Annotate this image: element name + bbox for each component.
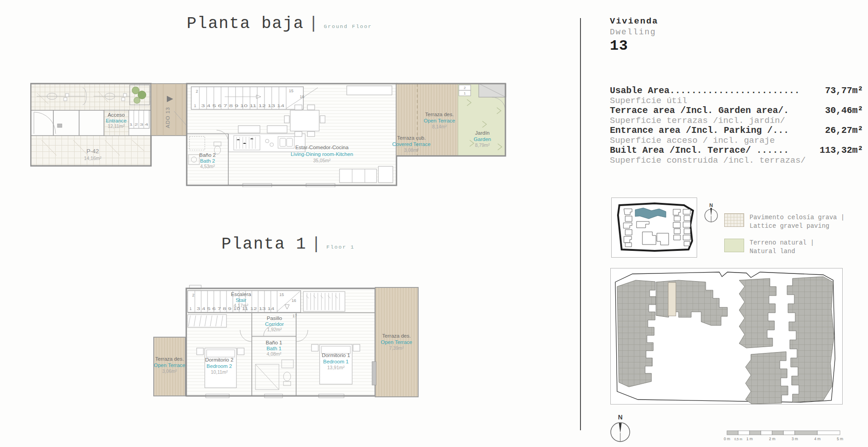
stair-number: 16	[300, 94, 304, 99]
legend-label-en: Natural land	[750, 247, 814, 256]
area-summary: Usable Area........................ 73,7…	[610, 86, 863, 165]
stair-run-numbers: 3 4 5 6 7 8 9 10 11 12 13 14	[201, 104, 284, 108]
svg-text:Covered Terrace: Covered Terrace	[392, 141, 431, 147]
wardrobe	[303, 292, 345, 311]
closet	[188, 315, 226, 327]
bath1-label: Baño 1 Bath 1 4,08m²	[266, 340, 282, 357]
entrance-steps-numbers: 1 2 3 4	[129, 122, 149, 127]
legend: Pavimento celosía grava | Lattice gravel…	[724, 213, 844, 264]
svg-text:Living-Dining room-Kitchen: Living-Dining room-Kitchen	[291, 151, 353, 157]
step-number: 1	[464, 91, 466, 95]
svg-text:Baño 2: Baño 2	[199, 152, 216, 158]
ado-ramp: ADO 13	[151, 84, 187, 136]
svg-text:4,53m²: 4,53m²	[200, 164, 215, 169]
svg-text:3,08m²: 3,08m²	[404, 147, 419, 153]
svg-text:3,06m²: 3,06m²	[162, 368, 177, 374]
area-label: Usable Area........................	[610, 86, 800, 96]
svg-text:Terraza des.: Terraza des.	[155, 356, 184, 362]
svg-text:Bath 1: Bath 1	[266, 346, 281, 351]
scale-bar: 0 m 0,5 m 1 m 2 m 3 m 4 m 5 m	[723, 429, 854, 443]
floor1-plan: Terraza des. Open Terrace 3,06m²	[151, 284, 420, 400]
svg-text:Garden: Garden	[474, 136, 491, 142]
svg-text:Pasillo: Pasillo	[267, 315, 282, 321]
area-sublabel: Superficie útil	[610, 96, 863, 106]
stair-number: 15	[279, 292, 284, 297]
scale-tick: 1 m	[746, 437, 753, 441]
garden-steps: 2 1	[459, 85, 471, 96]
stair-number: 15	[289, 89, 293, 93]
svg-text:35,05m²: 35,05m²	[313, 158, 331, 163]
svg-text:13,91m²: 13,91m²	[327, 365, 345, 370]
svg-text:Open Terrace: Open Terrace	[381, 339, 412, 345]
svg-text:8,79m²: 8,79m²	[475, 142, 490, 148]
scale-tick: 3 m	[792, 437, 798, 441]
svg-text:Bedroom 1: Bedroom 1	[323, 359, 349, 364]
ground-floor-plan: 1 2 3 4 Acceso Entrance 12,11m² P-42 14,…	[30, 82, 506, 187]
garage-door-arc	[34, 112, 56, 134]
natural-land-swatch	[724, 239, 744, 252]
area-label: Entrance area /Incl. Parking /...	[610, 126, 789, 136]
svg-text:4,08m²: 4,08m²	[267, 351, 282, 357]
siteplan-highlighted-dwelling	[668, 282, 676, 316]
area-row: Usable Area........................ 73,7…	[610, 86, 863, 96]
title-separator: |	[311, 235, 322, 254]
title-separator: |	[309, 14, 320, 33]
svg-text:Escalera: Escalera	[231, 292, 251, 297]
svg-text:Acceso: Acceso	[108, 112, 125, 118]
compass-n-label: N	[709, 202, 713, 208]
legend-label-es: Pavimento celosía grava |	[750, 213, 844, 222]
scale-tick: 0,5 m	[734, 438, 742, 441]
floor1-title: Planta 1|Floor 1	[152, 235, 424, 254]
keyplan-highlighted-building	[635, 208, 666, 219]
area-sublabel: Superficie terrazas /incl. jardín/	[610, 116, 863, 126]
area-row: Built Area /Incl. Terrace/ ...... 113,32…	[610, 146, 863, 155]
site-plan	[610, 268, 843, 405]
dwelling-label-en: Dwelling	[610, 28, 658, 37]
ground-floor-title: Planta baja|Ground Floor	[130, 14, 429, 33]
panel-divider	[580, 18, 581, 430]
living-area: 2 1 3 4 5 6 7 8 9 10 11 12 13 14 15 16 1…	[187, 84, 396, 187]
garden-label: Jardín Garden 8,79m²	[474, 130, 491, 148]
svg-text:Open Terrace: Open Terrace	[154, 362, 185, 368]
stair-number: 16	[292, 298, 296, 303]
svg-text:Terraza cub.: Terraza cub.	[397, 135, 425, 141]
compass-n-label: N	[618, 414, 623, 421]
svg-text:Entrance: Entrance	[106, 118, 127, 123]
svg-text:Jardín: Jardín	[475, 130, 490, 136]
svg-text:Baño 1: Baño 1	[266, 340, 282, 345]
area-value: 30,46m²	[825, 106, 863, 116]
lattice-paving-swatch	[724, 213, 744, 227]
area-value: 26,27m²	[825, 126, 863, 136]
svg-text:P-42: P-42	[86, 148, 99, 155]
svg-text:4,17m²: 4,17m²	[234, 303, 249, 308]
dwelling-number: 13	[610, 38, 658, 54]
area-sublabel: Superficie construida /incl. terrazas/	[610, 155, 863, 165]
plan-sheet: Planta baja|Ground Floor Planta 1|Floor …	[0, 0, 868, 447]
dwelling-label-es: Vivienda	[610, 16, 658, 26]
svg-text:12,11m²: 12,11m²	[108, 123, 125, 129]
stair-number: 2	[196, 89, 198, 94]
ground-floor-title-en: Ground Floor	[324, 24, 372, 29]
svg-text:7,39m²: 7,39m²	[389, 345, 404, 351]
scale-tick: 5 m	[837, 437, 843, 441]
bath2-label: Baño 2 Bath 2 4,53m²	[199, 152, 216, 169]
area-value: 113,32m²	[820, 146, 863, 155]
svg-text:Corridor: Corridor	[265, 321, 284, 327]
stair-number: 1	[189, 306, 192, 311]
svg-text:Terraza des.: Terraza des.	[382, 333, 410, 339]
area-label: Built Area /Incl. Terrace/ ......	[610, 146, 789, 155]
ado-label: ADO 13	[165, 107, 170, 128]
sideboard	[347, 86, 392, 95]
stair-number: 1	[194, 104, 196, 108]
svg-text:Bath 2: Bath 2	[200, 158, 215, 164]
floor1-main: 2 1 3 4 5 6 7 8 9 10 11 12 13 14 15 16 1…	[186, 285, 375, 398]
dwelling-header: Vivienda Dwelling 13	[610, 16, 658, 54]
scale-tick: 2 m	[769, 437, 775, 441]
area-row: Terrace area /Incl. Garden area/. 30,46m…	[610, 106, 863, 116]
legend-label-es: Terreno natural |	[750, 239, 814, 247]
svg-text:10,11m²: 10,11m²	[211, 369, 228, 375]
area-sublabel: Superficie acceso / incl. garaje	[610, 136, 863, 146]
svg-text:Estar-Comedor-Cocina: Estar-Comedor-Cocina	[295, 145, 349, 150]
floor1-terrace-right: Terraza des. Open Terrace 7,39m²	[372, 287, 418, 397]
svg-text:Dormitorio 1: Dormitorio 1	[322, 353, 350, 358]
